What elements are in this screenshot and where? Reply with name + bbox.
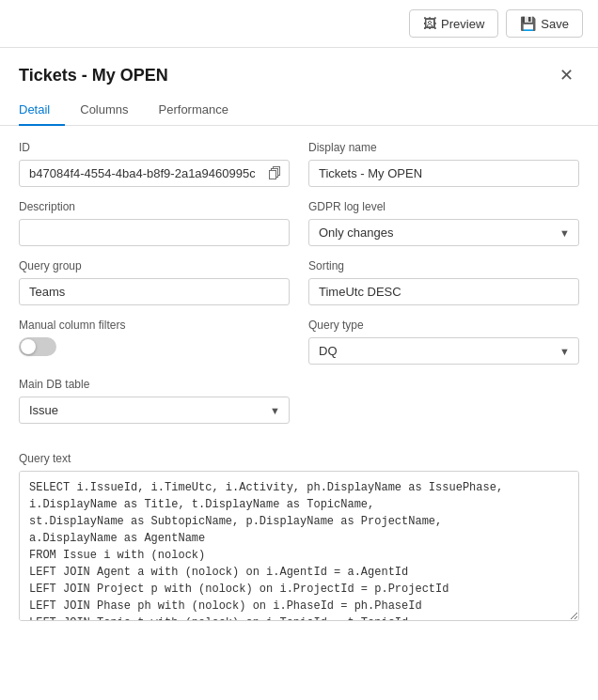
id-input-wrapper: 🗍 bbox=[19, 160, 290, 187]
display-name-input[interactable] bbox=[308, 160, 579, 187]
query-type-group: Query type DQ SQL Stored Procedure ▼ bbox=[308, 319, 579, 365]
display-name-group: Display name bbox=[308, 141, 579, 187]
tab-detail[interactable]: Detail bbox=[19, 95, 65, 126]
toggle-track bbox=[19, 337, 56, 356]
form-row-4: Manual column filters Query type DQ SQL … bbox=[19, 319, 579, 365]
gdpr-label: GDPR log level bbox=[308, 200, 579, 213]
sorting-group: Sorting bbox=[308, 259, 579, 305]
toolbar: 🖼 Preview 💾 Save bbox=[0, 0, 598, 48]
main-db-table-group: Main DB table Issue Ticket Agent Project… bbox=[19, 378, 290, 424]
close-button[interactable]: ✕ bbox=[554, 63, 579, 87]
save-label: Save bbox=[541, 17, 569, 31]
tab-columns[interactable]: Columns bbox=[65, 95, 143, 126]
preview-icon: 🖼 bbox=[423, 16, 436, 31]
id-group: ID 🗍 bbox=[19, 141, 290, 187]
form-row-2: Description GDPR log level Only changes … bbox=[19, 200, 579, 246]
dialog-title: Tickets - My OPEN bbox=[19, 66, 168, 86]
form-content: ID 🗍 Display name Description GDPR log l… bbox=[0, 126, 598, 452]
display-name-label: Display name bbox=[308, 141, 579, 154]
query-text-label: Query text bbox=[19, 452, 579, 465]
id-input[interactable] bbox=[19, 160, 290, 187]
query-group-group: Query group bbox=[19, 259, 290, 305]
main-db-table-select[interactable]: Issue Ticket Agent Project bbox=[19, 397, 290, 424]
dialog-header: Tickets - My OPEN ✕ bbox=[0, 48, 598, 95]
form-row-3: Query group Sorting bbox=[19, 259, 579, 305]
form-row-1: ID 🗍 Display name bbox=[19, 141, 579, 187]
preview-label: Preview bbox=[441, 17, 484, 31]
gdpr-select-wrapper: Only changes All None ▼ bbox=[308, 219, 579, 246]
query-group-label: Query group bbox=[19, 259, 290, 272]
query-type-select-wrapper: DQ SQL Stored Procedure ▼ bbox=[308, 337, 579, 365]
copy-icon[interactable]: 🗍 bbox=[268, 165, 282, 181]
gdpr-select[interactable]: Only changes All None bbox=[308, 219, 579, 246]
query-type-label: Query type bbox=[308, 319, 579, 332]
query-type-select[interactable]: DQ SQL Stored Procedure bbox=[308, 337, 579, 365]
sorting-label: Sorting bbox=[308, 259, 579, 272]
preview-button[interactable]: 🖼 Preview bbox=[409, 9, 498, 38]
manual-filters-group: Manual column filters bbox=[19, 319, 290, 365]
id-label: ID bbox=[19, 141, 290, 154]
form-row-5: Main DB table Issue Ticket Agent Project… bbox=[19, 378, 579, 424]
sorting-input[interactable] bbox=[308, 278, 579, 305]
spacer-group bbox=[308, 378, 579, 424]
query-group-input[interactable] bbox=[19, 278, 290, 305]
gdpr-group: GDPR log level Only changes All None ▼ bbox=[308, 200, 579, 246]
tab-performance[interactable]: Performance bbox=[144, 95, 244, 126]
main-db-table-select-wrapper: Issue Ticket Agent Project ▼ bbox=[19, 397, 290, 424]
description-group: Description bbox=[19, 200, 290, 246]
save-icon: 💾 bbox=[520, 16, 536, 31]
toggle-wrapper bbox=[19, 337, 290, 356]
manual-filters-label: Manual column filters bbox=[19, 319, 290, 332]
tab-bar: Detail Columns Performance bbox=[0, 95, 598, 126]
toggle-thumb bbox=[21, 339, 36, 354]
description-label: Description bbox=[19, 200, 290, 213]
query-section: Query text SELECT i.IssueId, i.TimeUtc, … bbox=[0, 452, 598, 639]
manual-filters-toggle[interactable] bbox=[19, 337, 56, 356]
save-button[interactable]: 💾 Save bbox=[506, 9, 583, 38]
main-db-table-label: Main DB table bbox=[19, 378, 290, 391]
description-input[interactable] bbox=[19, 219, 290, 246]
query-textarea[interactable]: SELECT i.IssueId, i.TimeUtc, i.Activity,… bbox=[19, 471, 579, 621]
